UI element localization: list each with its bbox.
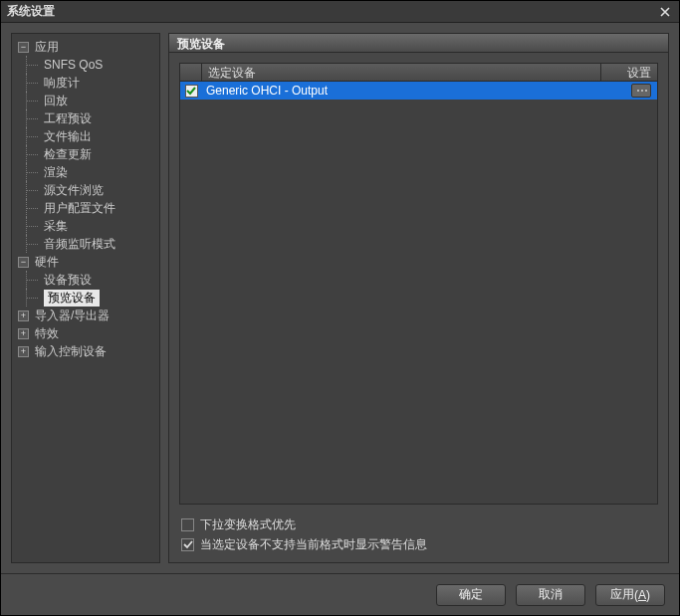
tree-node-audio-monitor[interactable]: 音频监听模式: [14, 235, 157, 253]
tree-label: 导入器/导出器: [35, 308, 110, 324]
tree-label: 应用: [35, 39, 59, 56]
expand-icon[interactable]: +: [18, 346, 29, 357]
table-rows: Generic OHCI - Output ⋯: [180, 82, 657, 504]
check-icon: [186, 86, 196, 96]
apply-accel: (A): [634, 588, 650, 602]
tree-node-file-output[interactable]: 文件输出: [14, 127, 157, 145]
table-header: 选定设备 设置: [180, 64, 657, 82]
option-warn-unsupported[interactable]: 当选定设备不支持当前格式时显示警告信息: [181, 534, 658, 554]
collapse-icon[interactable]: −: [18, 257, 29, 268]
tree-node-project-preset[interactable]: 工程预设: [14, 109, 157, 127]
tree-node-importer-exporter[interactable]: + 导入器/导出器: [14, 307, 157, 324]
tree-label: 回放: [44, 93, 68, 109]
ok-label: 确定: [459, 586, 483, 603]
row-checkbox-cell: [180, 85, 202, 98]
main-panel: 预览设备 选定设备 设置: [168, 33, 669, 563]
tree-label: 源文件浏览: [44, 182, 104, 199]
tree-node-check-update[interactable]: 检查更新: [14, 145, 157, 163]
option-pulldown-priority[interactable]: 下拉变换格式优先: [181, 514, 658, 534]
close-icon: [660, 7, 670, 17]
expand-icon[interactable]: +: [18, 310, 29, 321]
dialog-title: 系统设置: [7, 3, 657, 20]
tree-label: 音频监听模式: [44, 236, 115, 253]
panel-title: 预览设备: [168, 33, 669, 53]
tree-label: 采集: [44, 218, 68, 235]
checkbox-pulldown[interactable]: [181, 518, 194, 531]
check-icon: [183, 539, 193, 549]
tree-label: 硬件: [35, 254, 59, 271]
cancel-label: 取消: [539, 586, 563, 603]
tree-node-device-preset[interactable]: 设备预设: [14, 271, 157, 289]
tree-label: 设备预设: [44, 272, 92, 289]
tree-node-render[interactable]: 渲染: [14, 163, 157, 181]
category-tree[interactable]: − 应用 SNFS QoS 响度计 回放 工程预设 文件输出 检查更新 渲染 源…: [11, 33, 160, 563]
tree-node-effects[interactable]: + 特效: [14, 324, 157, 342]
dialog-body: − 应用 SNFS QoS 响度计 回放 工程预设 文件输出 检查更新 渲染 源…: [1, 23, 679, 573]
tree-label: 特效: [35, 325, 59, 342]
row-device-name: Generic OHCI - Output: [202, 84, 601, 98]
dialog-footer: 确定 取消 应用(A): [1, 573, 679, 615]
tree-label: 用户配置文件: [44, 200, 115, 217]
tree-node-hardware[interactable]: − 硬件: [14, 253, 157, 271]
tree-node-preview-device[interactable]: 预览设备: [14, 289, 157, 307]
checkbox-warn[interactable]: [181, 538, 194, 551]
ok-button[interactable]: 确定: [436, 584, 506, 606]
tree-node-input-control[interactable]: + 输入控制设备: [14, 342, 157, 360]
collapse-icon[interactable]: −: [18, 42, 29, 53]
tree-node-source-browse[interactable]: 源文件浏览: [14, 181, 157, 199]
option-label: 当选定设备不支持当前格式时显示警告信息: [200, 536, 427, 553]
tree-node-capture[interactable]: 采集: [14, 217, 157, 235]
row-checkbox[interactable]: [185, 85, 198, 98]
tree-label: 响度计: [44, 75, 80, 92]
option-label: 下拉变换格式优先: [200, 516, 296, 533]
tree-label: 文件输出: [44, 128, 92, 145]
tree-node-app[interactable]: − 应用: [14, 38, 157, 56]
tree-label: SNFS QoS: [44, 58, 103, 72]
tree-label: 检查更新: [44, 146, 92, 163]
tree-label: 渲染: [44, 164, 68, 181]
col-settings[interactable]: 设置: [601, 64, 657, 81]
row-settings-button[interactable]: ⋯: [631, 84, 651, 98]
tree-node-user-profile[interactable]: 用户配置文件: [14, 199, 157, 217]
tree-node-playback[interactable]: 回放: [14, 92, 157, 109]
col-checkbox: [180, 64, 202, 81]
apply-button[interactable]: 应用(A): [595, 584, 665, 606]
tree-label: 输入控制设备: [35, 343, 107, 360]
col-device[interactable]: 选定设备: [202, 64, 601, 81]
ellipsis-icon: ⋯: [636, 84, 647, 98]
tree-node-loudness[interactable]: 响度计: [14, 74, 157, 92]
tree-label: 工程预设: [44, 110, 92, 127]
expand-icon[interactable]: +: [18, 328, 29, 339]
apply-label: 应用: [610, 586, 634, 603]
table-row[interactable]: Generic OHCI - Output ⋯: [180, 82, 657, 100]
cancel-button[interactable]: 取消: [516, 584, 585, 606]
titlebar: 系统设置: [1, 1, 679, 23]
system-settings-dialog: 系统设置 − 应用 SNFS QoS 响度计 回放 工程预设 文件输出 检查更新…: [0, 0, 680, 616]
tree-node-snfs-qos[interactable]: SNFS QoS: [14, 56, 157, 74]
close-button[interactable]: [657, 4, 673, 20]
tree-label: 预览设备: [44, 290, 100, 307]
device-table: 选定设备 设置 Generic OHCI - Output: [179, 63, 658, 505]
options-group: 下拉变换格式优先 当选定设备不支持当前格式时显示警告信息: [179, 513, 658, 554]
row-settings-cell: ⋯: [601, 84, 657, 98]
panel-body: 选定设备 设置 Generic OHCI - Output: [168, 53, 669, 563]
